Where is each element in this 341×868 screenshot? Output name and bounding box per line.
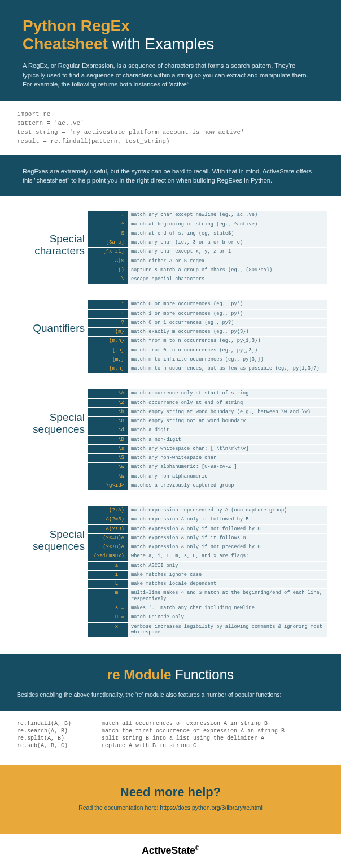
row-description: match expression A only if not followed …	[128, 525, 327, 533]
re-module-header: re Module Functions Besides enabling the…	[0, 654, 341, 711]
row-symbol: L =	[88, 580, 128, 588]
row-description: match any alphanumeric: [0-9a-zA-Z_]	[128, 463, 327, 471]
row-description: match expression represented by A (non-c…	[128, 506, 327, 515]
re-module-functions: re.findall(A, B)match all occurrences of…	[0, 711, 341, 765]
help-banner: Need more help? Read the documentation h…	[0, 765, 341, 834]
row-description: capture & match a group of chars (eg., (…	[128, 266, 327, 275]
cheatsheet-row: \wmatch any alphanumeric: [0-9a-zA-Z_]	[88, 463, 327, 471]
cheatsheet-row: +match 1 or more occurrences (eg., py+)	[88, 310, 327, 318]
row-symbol: \w	[88, 463, 128, 471]
section-title: Quantifiers	[14, 300, 88, 374]
row-description: match 1 or more occurrences (eg., py+)	[128, 310, 327, 318]
cheatsheet-row: $match at end of string (eg, state$)	[88, 229, 327, 238]
row-symbol: ?	[88, 319, 128, 327]
row-symbol: {m,}	[88, 355, 128, 364]
row-symbol: \d	[88, 426, 128, 435]
title-rest: with Examples	[112, 35, 215, 53]
cheatsheet-row: \Bmatch empty string not at word boundar…	[88, 417, 327, 426]
cheatsheet-section: Quantifiers*match 0 or more occurrences …	[14, 300, 327, 374]
section-title: Specialcharacters	[14, 211, 88, 284]
cheatsheet-row: \escape special characters	[88, 275, 327, 284]
cheatsheet-row: A(?=B)match expression A only if followe…	[88, 515, 327, 524]
row-description: match any non-alphanumeric	[128, 472, 327, 481]
page-title: Python RegEx Cheatsheet with Examples	[23, 17, 318, 53]
row-symbol: \B	[88, 417, 128, 426]
function-description: split string B into a list using the del…	[102, 735, 324, 741]
cheatsheet-row: {m,}match m to infinite occurrences (eg.…	[88, 355, 327, 364]
row-symbol: {m,n}	[88, 364, 128, 373]
section-rows: .match any char except newline (eg., ac.…	[88, 211, 327, 284]
row-symbol: u =	[88, 613, 128, 622]
hero: Python RegEx Cheatsheet with Examples A …	[0, 0, 341, 101]
row-symbol: \A	[88, 389, 128, 398]
row-symbol: \b	[88, 408, 128, 416]
row-description: match any non-whitespace char	[128, 454, 327, 462]
cheatsheet-row: s =makes '.' match any char including ne…	[88, 604, 327, 613]
row-description: match a non-digit	[128, 436, 327, 444]
module-title-bold: re Module	[107, 667, 171, 682]
cheatsheet-row: {m,n}match from m to n occurrences (eg.,…	[88, 337, 327, 345]
row-symbol: .	[88, 211, 128, 219]
row-symbol: ()	[88, 266, 128, 275]
row-symbol: $	[88, 229, 128, 238]
row-description: match at beginning of string (eg., ^acti…	[128, 220, 327, 229]
row-description: match unicode only	[128, 613, 327, 622]
row-symbol: +	[88, 310, 128, 318]
row-symbol: \	[88, 275, 128, 284]
cheatsheet-row: (?:A)match expression represented by A (…	[88, 506, 327, 515]
function-row: re.sub(A, B, C)replace A with B in strin…	[17, 743, 324, 749]
registered-icon: ®	[195, 845, 199, 851]
row-description: match a digit	[128, 426, 327, 435]
code-example: import re pattern = 'ac..ve' test_string…	[0, 101, 341, 155]
cheatsheet-row: (?<=B)A match expression A only if it fo…	[88, 534, 327, 542]
cheatsheet-row: \dmatch a digit	[88, 426, 327, 435]
help-text: Read the documentation here: https://doc…	[11, 804, 330, 811]
function-row: re.findall(A, B)match all occurrences of…	[17, 721, 324, 727]
row-description: match exactly m occurrences (eg., py{3})	[128, 328, 327, 336]
cheatsheet-row: a =match ASCII only	[88, 562, 327, 570]
row-symbol: [^x-z1]	[88, 248, 128, 256]
cheatsheet-row: \g<id>matches a previously captured grou…	[88, 481, 327, 490]
cheatsheet-row: A(?!B) match expression A only if not fo…	[88, 525, 327, 533]
row-symbol: \S	[88, 454, 128, 462]
row-description: verbose increases legibility by allowing…	[128, 623, 327, 637]
row-description: match occurrence only at end of string	[128, 399, 327, 407]
title-bold: Cheatsheet	[23, 35, 108, 53]
cheatsheet-row: \Smatch any non-whitespace char	[88, 454, 327, 462]
row-description: match any whitespace char: [ \t\n\r\f\v]	[128, 445, 327, 453]
cheatsheet-row: (?aiLmsux)where a, i, L, m, s, u, and x …	[88, 552, 327, 561]
row-symbol: a =	[88, 562, 128, 570]
cheatsheet-row: ^match at beginning of string (eg., ^act…	[88, 220, 327, 229]
row-description: makes '.' match any char including newli…	[128, 604, 327, 613]
row-symbol: (?:A)	[88, 506, 128, 515]
row-description: matches a previously captured group	[128, 481, 327, 490]
row-symbol: {m,n}	[88, 337, 128, 345]
row-symbol: \s	[88, 445, 128, 453]
row-description: match any char (ie., 3 or a or b or c)	[128, 238, 327, 247]
cheatsheet-row: ()capture & match a group of chars (eg.,…	[88, 266, 327, 275]
row-description: match expression A only if followed by B	[128, 515, 327, 524]
function-call: re.findall(A, B)	[17, 721, 102, 727]
cheatsheet-row: \Amatch occurrence only at start of stri…	[88, 389, 327, 398]
cheatsheet-row: [^x-z1]match any char except x, y, z or …	[88, 248, 327, 256]
function-call: re.split(A, B)	[17, 735, 102, 741]
cheatsheet-row: (?<!B)Amatch expression A only if not pr…	[88, 543, 327, 552]
cheatsheet-row: [3a-c]match any char (ie., 3 or a or b o…	[88, 238, 327, 247]
cheatsheet-row: .match any char except newline (eg., ac.…	[88, 211, 327, 219]
cheatsheet-row: i =make matches ignore case	[88, 571, 327, 579]
cheatsheet-row: {m,n}match m to n occurrences, but as fe…	[88, 364, 327, 373]
row-description: make matches ignore case	[128, 571, 327, 579]
row-description: escape special characters	[128, 275, 327, 284]
module-title-rest: Functions	[175, 667, 234, 682]
function-description: replace A with B in string C	[102, 743, 324, 749]
function-call: re.search(A, B)	[17, 728, 102, 734]
cheatsheet-row: \Dmatch a non-digit	[88, 436, 327, 444]
cheatsheet-row: A|Smatch either A or S regex	[88, 257, 327, 266]
row-description: multi-line makes ^ and $ match at the be…	[128, 589, 327, 604]
cheatsheet-section: Specialcharacters.match any char except …	[14, 211, 327, 284]
row-symbol: A(?=B)	[88, 515, 128, 524]
row-symbol: s =	[88, 604, 128, 613]
cheatsheet-row: \Zmatch occurrence only at end of string	[88, 399, 327, 407]
function-row: re.search(A, B)match the first occurrenc…	[17, 728, 324, 734]
row-description: make matches locale dependent	[128, 580, 327, 588]
